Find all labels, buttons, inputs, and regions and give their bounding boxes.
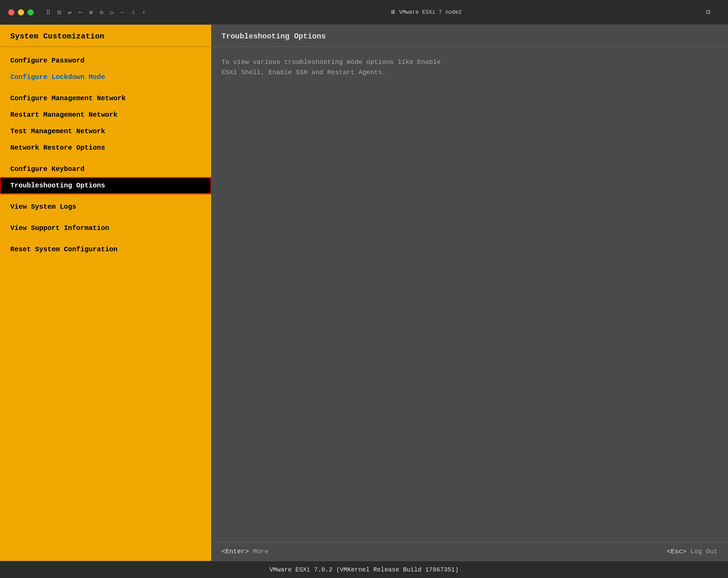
titlebar: ⠿ ⊡ ⇌ ↔ ⊕ ⊙ ▷ ← ⇧ ‹ 🖥 VMware ESXi 7 node…: [0, 0, 728, 25]
titlebar-right: ⧉: [706, 9, 720, 16]
left-panel: System Customization Configure Password …: [0, 25, 211, 561]
chevron-icon[interactable]: ‹: [142, 9, 146, 16]
esc-action: Log Out: [690, 548, 718, 555]
menu-item-network-restore[interactable]: Network Restore Options: [0, 140, 211, 156]
menu-item-reset-system-config[interactable]: Reset System Configuration: [0, 241, 211, 258]
vm-icon: 🖥: [390, 9, 396, 15]
menu-separator-4: [0, 215, 211, 220]
footer-enter: <Enter> More: [221, 548, 269, 555]
menu-separator-1: [0, 85, 211, 90]
maximize-button[interactable]: [27, 9, 34, 15]
right-panel-content: To view various troubleshooting mode opt…: [211, 47, 728, 542]
menu-item-test-mgmt-network[interactable]: Test Management Network: [0, 123, 211, 140]
right-panel-description: To view various troubleshooting mode opt…: [221, 58, 441, 76]
network-icon[interactable]: ⇌: [68, 9, 72, 16]
person-icon[interactable]: ⊙: [100, 9, 103, 16]
menu-item-configure-keyboard[interactable]: Configure Keyboard: [0, 161, 211, 177]
menu-separator-5: [0, 236, 211, 241]
enter-action: More: [253, 548, 269, 555]
menu-item-configure-password[interactable]: Configure Password: [0, 53, 211, 69]
titlebar-center: 🖥 VMware ESXi 7 node2: [390, 9, 462, 15]
status-text: VMware ESXi 7.0.2 (VMKernel Release Buil…: [270, 566, 459, 573]
status-bar: VMware ESXi 7.0.2 (VMKernel Release Buil…: [0, 561, 728, 578]
sidebar-icon[interactable]: ⠿: [46, 9, 50, 16]
right-panel-footer: <Enter> More <Esc> Log Out: [211, 542, 728, 561]
traffic-lights: [8, 9, 34, 15]
share-icon[interactable]: ⇧: [132, 9, 135, 16]
right-panel: Troubleshooting Options To view various …: [211, 25, 728, 561]
disk-icon[interactable]: ⊕: [89, 9, 93, 16]
menu-separator-3: [0, 194, 211, 199]
menu-separator-2: [0, 156, 211, 161]
main-content: System Customization Configure Password …: [0, 25, 728, 578]
titlebar-controls: ⠿ ⊡ ⇌ ↔ ⊕ ⊙ ▷ ← ⇧ ‹: [46, 9, 146, 16]
send-icon[interactable]: ←: [121, 9, 125, 16]
menu-item-troubleshooting-options[interactable]: Troubleshooting Options: [0, 177, 211, 194]
titlebar-left: ⠿ ⊡ ⇌ ↔ ⊕ ⊙ ▷ ← ⇧ ‹: [8, 9, 146, 16]
footer-esc: <Esc> Log Out: [667, 548, 718, 555]
close-button[interactable]: [8, 9, 14, 15]
menu-item-view-support-info[interactable]: View Support Information: [0, 220, 211, 236]
menu-item-configure-mgmt-network[interactable]: Configure Management Network: [0, 90, 211, 107]
esxi-container: System Customization Configure Password …: [0, 25, 728, 561]
menu-item-view-system-logs[interactable]: View System Logs: [0, 199, 211, 215]
window-title: VMware ESXi 7 node2: [399, 9, 462, 15]
screenshot-icon[interactable]: ⊡: [57, 9, 61, 16]
fullscreen-icon[interactable]: ⧉: [706, 9, 710, 16]
menu-item-restart-mgmt-network[interactable]: Restart Management Network: [0, 107, 211, 123]
esc-key: <Esc>: [667, 548, 686, 555]
left-panel-header: System Customization: [0, 25, 211, 47]
right-panel-header: Troubleshooting Options: [211, 25, 728, 47]
enter-key: <Enter>: [221, 548, 249, 555]
back-forward-icon[interactable]: ↔: [79, 9, 82, 16]
menu-item-configure-lockdown[interactable]: Configure Lockdown Mode: [0, 69, 211, 85]
minimize-button[interactable]: [18, 9, 24, 15]
video-icon[interactable]: ▷: [110, 9, 114, 16]
menu-items: Configure Password Configure Lockdown Mo…: [0, 47, 211, 561]
